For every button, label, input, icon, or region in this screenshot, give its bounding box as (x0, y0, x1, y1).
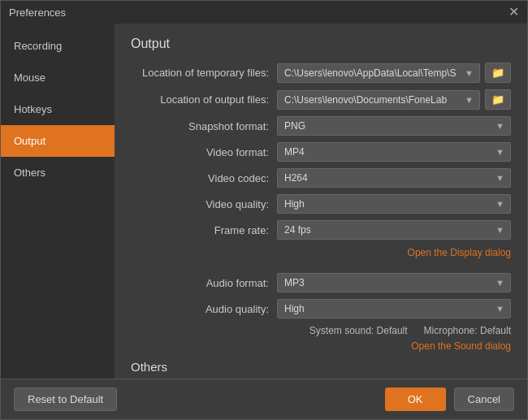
reset-button[interactable]: Reset to Default (14, 388, 117, 411)
sidebar: Recording Mouse Hotkeys Output Others (1, 24, 115, 379)
footer: Reset to Default OK Cancel (1, 379, 527, 419)
video-codec-select[interactable]: H264 H265 MPEG-4 (277, 168, 511, 188)
frame-rate-control: 24 fps 30 fps 60 fps ▼ (277, 220, 511, 240)
video-quality-select-wrapper: High Medium Low ▼ (277, 194, 511, 214)
snapshot-format-label: Snapshot format: (131, 120, 277, 132)
temp-files-browse-button[interactable]: 📁 (485, 63, 511, 83)
output-files-row: Location of output files: C:\Users\lenov… (131, 89, 511, 110)
sidebar-item-hotkeys[interactable]: Hotkeys (1, 93, 115, 125)
title-bar: Preferences ✕ (1, 1, 527, 24)
video-format-select[interactable]: MP4 MOV AVI WMV (277, 142, 511, 162)
video-codec-control: H264 H265 MPEG-4 ▼ (277, 168, 511, 188)
audio-format-control: MP3 AAC WAV OGG FLAC ▼ (277, 273, 511, 292)
temp-files-row: Location of temporary files: C:\Users\le… (131, 63, 511, 83)
snapshot-format-select-wrapper: PNG JPG BMP ▼ (277, 116, 511, 136)
video-format-row: Video format: MP4 MOV AVI WMV ▼ (131, 142, 511, 162)
video-format-select-wrapper: MP4 MOV AVI WMV ▼ (277, 142, 511, 162)
main-content: Output Location of temporary files: C:\U… (115, 24, 527, 379)
audio-info-row: System sound: Default Microphone: Defaul… (131, 325, 511, 336)
video-quality-select[interactable]: High Medium Low (277, 194, 511, 214)
system-sound-value: Default (377, 325, 408, 336)
dialog-body: Recording Mouse Hotkeys Output Others Ou… (1, 24, 527, 379)
frame-rate-label: Frame rate: (131, 224, 277, 236)
output-files-label: Location of output files: (131, 93, 277, 106)
snapshot-format-control: PNG JPG BMP ▼ (277, 116, 511, 136)
video-quality-row: Video quality: High Medium Low ▼ (131, 194, 511, 214)
output-files-select[interactable]: C:\Users\lenovo\Documents\FoneLab (277, 90, 480, 110)
temp-files-select-wrapper: C:\Users\lenovo\AppData\Local\Temp\Scree… (277, 63, 480, 83)
output-files-select-wrapper: C:\Users\lenovo\Documents\FoneLab ▼ (277, 90, 480, 110)
microphone-info: Microphone: Default (424, 325, 511, 336)
frame-rate-select-wrapper: 24 fps 30 fps 60 fps ▼ (277, 220, 511, 240)
temp-files-select[interactable]: C:\Users\lenovo\AppData\Local\Temp\Scree… (277, 63, 480, 83)
snapshot-format-row: Snapshot format: PNG JPG BMP ▼ (131, 116, 511, 136)
audio-quality-select-wrapper: High Medium Low ▼ (277, 299, 511, 318)
frame-rate-select[interactable]: 24 fps 30 fps 60 fps (277, 220, 511, 240)
frame-rate-row: Frame rate: 24 fps 30 fps 60 fps ▼ (131, 220, 511, 240)
output-files-control: C:\Users\lenovo\Documents\FoneLab ▼ 📁 (277, 89, 511, 110)
video-quality-label: Video quality: (131, 198, 277, 210)
audio-format-select-wrapper: MP3 AAC WAV OGG FLAC ▼ (277, 273, 511, 292)
sidebar-item-output[interactable]: Output (1, 125, 115, 157)
audio-format-label: Audio format: (131, 277, 277, 289)
audio-quality-control: High Medium Low ▼ (277, 299, 511, 318)
footer-right: OK Cancel (385, 388, 514, 411)
sidebar-item-mouse[interactable]: Mouse (1, 62, 115, 93)
output-files-browse-button[interactable]: 📁 (485, 89, 511, 110)
audio-quality-row: Audio quality: High Medium Low ▼ (131, 299, 511, 318)
dialog-title: Preferences (9, 6, 66, 19)
audio-quality-select[interactable]: High Medium Low (277, 299, 511, 318)
audio-format-row: Audio format: MP3 AAC WAV OGG FLAC ▼ (131, 273, 511, 292)
preferences-dialog: Preferences ✕ Recording Mouse Hotkeys Ou… (0, 0, 528, 420)
sidebar-item-others[interactable]: Others (1, 157, 115, 188)
video-codec-label: Video codec: (131, 172, 277, 184)
video-format-label: Video format: (131, 146, 277, 158)
sidebar-item-recording[interactable]: Recording (1, 30, 115, 62)
temp-files-label: Location of temporary files: (131, 67, 277, 79)
temp-files-control: C:\Users\lenovo\AppData\Local\Temp\Scree… (277, 63, 511, 83)
video-quality-control: High Medium Low ▼ (277, 194, 511, 214)
display-dialog-link[interactable]: Open the Display dialog (408, 247, 511, 258)
close-button[interactable]: ✕ (509, 6, 519, 19)
system-sound-info: System sound: Default (309, 325, 408, 336)
output-section-title: Output (131, 37, 511, 51)
ok-button[interactable]: OK (385, 388, 446, 411)
video-codec-row: Video codec: H264 H265 MPEG-4 ▼ (131, 168, 511, 188)
sound-dialog-link[interactable]: Open the Sound dialog (411, 340, 511, 352)
microphone-label: Microphone: (424, 325, 478, 336)
system-sound-label: System sound: (309, 325, 374, 336)
audio-format-select[interactable]: MP3 AAC WAV OGG FLAC (277, 273, 511, 292)
sound-dialog-link-row: Open the Sound dialog (131, 340, 511, 352)
audio-quality-label: Audio quality: (131, 303, 277, 315)
cancel-button[interactable]: Cancel (454, 388, 514, 411)
snapshot-format-select[interactable]: PNG JPG BMP (277, 116, 511, 136)
others-section-title: Others (131, 360, 511, 374)
microphone-value: Default (480, 325, 511, 336)
video-format-control: MP4 MOV AVI WMV ▼ (277, 142, 511, 162)
display-dialog-link-row: Open the Display dialog (131, 246, 511, 258)
video-codec-select-wrapper: H264 H265 MPEG-4 ▼ (277, 168, 511, 188)
